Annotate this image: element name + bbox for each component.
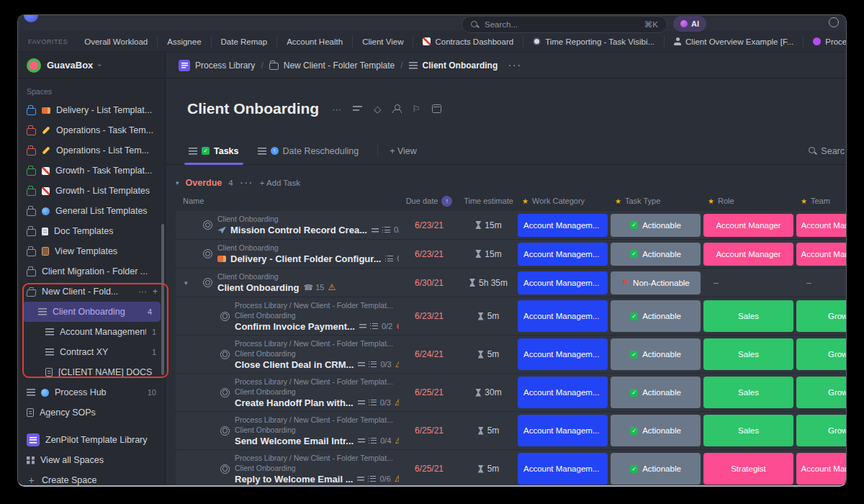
help-icon[interactable] xyxy=(829,17,839,27)
favorite-item[interactable]: Time Reporting - Task Visibi... xyxy=(523,36,664,48)
add-icon[interactable]: + xyxy=(153,287,158,297)
favorite-item[interactable]: Assignee xyxy=(157,36,210,48)
calendar-icon[interactable] xyxy=(432,104,441,113)
task-row[interactable]: Process Library / New Client - Folder Te… xyxy=(176,297,846,336)
column-header-team[interactable]: ★Team xyxy=(796,197,846,205)
breadcrumb-item[interactable]: New Client - Folder Template xyxy=(269,60,395,71)
tag-team[interactable]: Growth xyxy=(796,415,846,446)
clickup-logo[interactable] xyxy=(24,14,38,22)
favorite-item[interactable]: Client View xyxy=(352,36,413,48)
tag-work-category[interactable]: Account Managem... xyxy=(518,214,608,237)
sidebar-item[interactable]: General List Templates xyxy=(18,201,165,221)
status-icon[interactable] xyxy=(220,312,230,321)
tag-role[interactable]: Account Manager xyxy=(703,243,793,266)
sidebar-item[interactable]: Operations - List Tem... xyxy=(18,140,165,161)
column-header-role[interactable]: ★Role xyxy=(703,197,796,205)
sidebar-item[interactable]: Growth - Task Templat... xyxy=(18,161,165,181)
tag-role[interactable]: Sales xyxy=(703,300,793,332)
sidebar-item[interactable]: Delivery - List Templat... xyxy=(18,100,165,120)
favorite-item[interactable]: Process Library QA [ins... xyxy=(803,36,846,48)
group-more-icon[interactable]: ··· xyxy=(240,176,253,189)
tag-task-type[interactable]: ✓Actionable xyxy=(611,415,701,446)
sidebar-item[interactable]: Operations - Task Tem... xyxy=(18,120,165,140)
favorite-item[interactable]: Account Health xyxy=(276,36,352,48)
flag-icon[interactable]: ⚐ xyxy=(412,104,420,114)
tag-team[interactable]: Account Management xyxy=(796,243,846,266)
sidebar-scrollbar[interactable] xyxy=(161,224,164,375)
sidebar-item[interactable]: View Templates xyxy=(18,241,165,261)
status-icon[interactable] xyxy=(220,464,230,474)
sidebar-item[interactable]: Doc Templates xyxy=(18,221,165,241)
favorite-item[interactable]: Date Remap xyxy=(211,36,277,48)
sidebar-item[interactable]: Account Management1 xyxy=(18,322,165,342)
view-search-button[interactable]: Searc xyxy=(809,146,845,156)
tag-work-category[interactable]: Account Managem... xyxy=(518,243,608,266)
column-header-name[interactable]: Name xyxy=(176,197,399,205)
column-header-task-type[interactable]: ★Task Type xyxy=(611,197,703,205)
task-row[interactable]: Process Library / New Client - Folder Te… xyxy=(176,450,846,487)
task-row[interactable]: ▾Client OnboardingClient Onboarding☎ 15⚠… xyxy=(176,269,846,297)
tag-role[interactable]: Sales xyxy=(703,338,793,370)
tag-task-type[interactable]: ✓Actionable xyxy=(611,243,701,266)
expand-caret-icon[interactable]: ▾ xyxy=(184,279,188,287)
add-task-button[interactable]: + Add Task xyxy=(260,179,300,187)
breadcrumb-item[interactable]: Process Library xyxy=(179,60,255,71)
tag-work-category[interactable]: Account Managem... xyxy=(518,271,608,294)
status-icon[interactable] xyxy=(203,278,212,287)
tab-date-rescheduling[interactable]: ↑Date Rescheduling xyxy=(256,138,361,164)
assignee-icon[interactable] xyxy=(392,104,400,113)
description-icon[interactable] xyxy=(353,106,362,112)
tag-work-category[interactable]: Account Managem... xyxy=(518,300,608,332)
favorite-item[interactable]: Overall Workload xyxy=(75,36,157,48)
task-row[interactable]: Client OnboardingDelivery - Client Folde… xyxy=(176,240,846,269)
tag-team[interactable]: Growth xyxy=(796,377,846,408)
sidebar-footer-item[interactable]: ZenPilot Template Library xyxy=(18,430,165,450)
tag-work-category[interactable]: Account Managem... xyxy=(518,415,608,446)
sidebar-footer-item[interactable]: View all Spaces xyxy=(18,450,165,470)
sidebar-item[interactable]: Growth - List Templates xyxy=(18,181,165,201)
sort-ascending-icon[interactable]: ↑ xyxy=(441,196,452,207)
sidebar-item[interactable]: Process Hub10 xyxy=(18,382,165,402)
task-row[interactable]: Process Library / New Client - Folder Te… xyxy=(176,412,846,450)
tag-task-type[interactable]: ✓Actionable xyxy=(611,377,701,408)
sidebar-item[interactable]: New Client - Fold...···+ xyxy=(18,282,165,302)
workspace-switcher[interactable]: GuavaBox › xyxy=(18,53,165,78)
tag-team[interactable]: Account Management xyxy=(796,453,846,485)
breadcrumb-item[interactable]: Client Onboarding xyxy=(409,60,498,71)
tag-work-category[interactable]: Account Managem... xyxy=(518,453,608,485)
sidebar-item[interactable]: Client Onboarding4 xyxy=(22,302,161,322)
task-row[interactable]: Process Library / New Client - Folder Te… xyxy=(176,374,846,412)
status-icon[interactable] xyxy=(203,249,212,258)
column-header-work-category[interactable]: ★Work Category xyxy=(518,197,611,205)
favorite-item[interactable]: Client Overview Example [F... xyxy=(664,36,803,48)
sidebar-item[interactable]: Client Migration - Folder ... xyxy=(18,261,165,282)
status-icon[interactable] xyxy=(220,426,230,436)
column-header-due-date[interactable]: Due date↑ xyxy=(399,196,459,207)
tag-work-category[interactable]: Account Managem... xyxy=(518,338,608,370)
favorite-item[interactable]: Contracts Dashboard xyxy=(413,36,523,48)
tag-task-type[interactable]: ✓Actionable xyxy=(611,338,701,370)
tag-team[interactable]: Growth xyxy=(796,300,846,332)
task-row[interactable]: Client OnboardingMission Control Record … xyxy=(176,211,846,240)
sidebar-item[interactable]: Agency SOPs xyxy=(18,402,165,423)
automation-icon[interactable]: ◇ xyxy=(374,104,381,114)
more-icon[interactable]: ··· xyxy=(138,287,147,297)
add-view-button[interactable]: + View xyxy=(390,146,417,156)
tag-task-type[interactable]: ✓Actionable xyxy=(611,300,701,332)
tag-task-type[interactable]: ✓Actionable xyxy=(611,453,701,485)
tag-role[interactable]: Sales xyxy=(703,377,793,408)
sidebar-item[interactable]: [CLIENT NAME] DOCS xyxy=(18,362,165,382)
ai-button[interactable]: AI xyxy=(673,16,706,32)
status-icon[interactable] xyxy=(203,220,212,230)
sidebar-item[interactable]: Contract XY1 xyxy=(18,342,165,362)
tag-work-category[interactable]: Account Managem... xyxy=(518,377,608,408)
more-icon[interactable]: ··· xyxy=(332,104,341,114)
global-search[interactable]: Search... ⌘K xyxy=(462,16,667,33)
tag-task-type[interactable]: ⚑Non-Actionable xyxy=(611,271,701,294)
column-header-time-estimate[interactable]: Time estimate xyxy=(459,197,518,205)
tag-role[interactable]: Sales xyxy=(703,415,793,446)
tag-team[interactable]: Account Management xyxy=(796,214,846,237)
collapse-caret-icon[interactable]: ▾ xyxy=(176,179,179,186)
tag-task-type[interactable]: ✓Actionable xyxy=(611,214,701,237)
breadcrumb-more-icon[interactable]: ··· xyxy=(508,59,521,72)
